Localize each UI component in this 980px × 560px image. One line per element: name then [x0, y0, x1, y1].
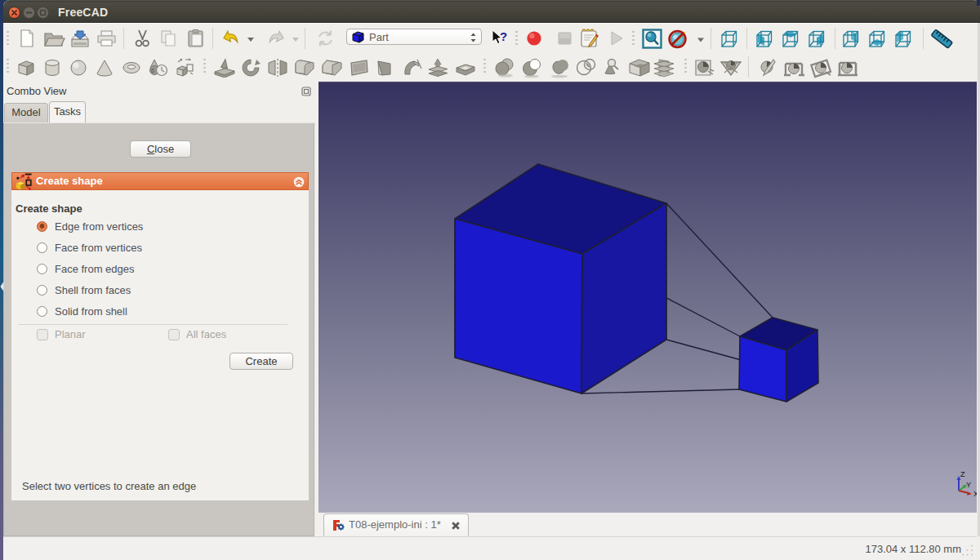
svg-text:X: X: [973, 490, 977, 498]
svg-text:?: ?: [500, 29, 507, 43]
svg-text:6: 6: [151, 68, 154, 73]
svg-text:Z: Z: [960, 470, 965, 478]
svg-text:Y: Y: [966, 481, 971, 489]
